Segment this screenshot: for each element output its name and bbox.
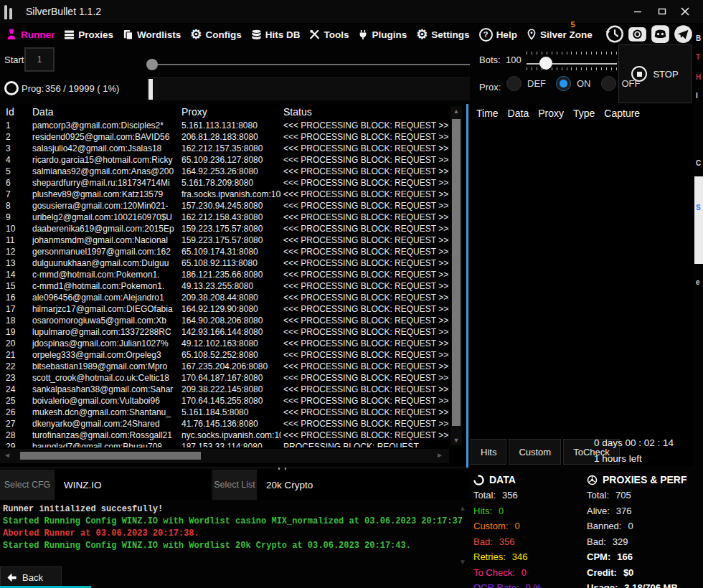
table-row[interactable]: 3salasjulio42@gmail.com:Jsalas18162.212.… bbox=[0, 143, 449, 154]
camera-icon[interactable] bbox=[628, 24, 647, 44]
table-row[interactable]: 1pamcorp3@gmail.com:Disciples2*5.161.113… bbox=[0, 120, 449, 131]
row-data: plushev89@gmail.com:Katz13579 bbox=[32, 189, 179, 200]
row-status: <<< PROCESSING BLOCK: REQUEST >>> bbox=[281, 303, 449, 315]
row-proxy: 41.76.145.136:8080 bbox=[179, 418, 281, 430]
scroll-left-icon[interactable]: ◄ bbox=[4, 451, 11, 459]
table-row[interactable]: 18osaroomorogiuwa5@gmail.com:Xb164.90.20… bbox=[0, 315, 449, 326]
help-icon: ? bbox=[479, 28, 493, 42]
row-proxy: 49.12.102.163:8080 bbox=[179, 338, 281, 349]
table-row[interactable]: 13dulguunukhaan@gmail.com:Dulguu65.108.9… bbox=[0, 257, 449, 269]
table-row[interactable]: 10daaberenika619@gmail.com:2015Ep159.223… bbox=[0, 223, 449, 234]
table-row[interactable]: 2residend0925@gmail.com:BAVID56206.81.28… bbox=[0, 131, 449, 143]
menu-item-hits-db[interactable]: Hits DB bbox=[251, 29, 301, 40]
menu-item-label: Help bbox=[496, 29, 517, 40]
table-row[interactable]: 4ricardo.garcia15@hotmail.com:Ricky65.10… bbox=[0, 154, 449, 166]
vertical-scroll-thumb[interactable] bbox=[452, 119, 461, 426]
prox-option-label: DEF bbox=[527, 78, 546, 89]
bots-slider-handle[interactable] bbox=[539, 57, 552, 70]
scroll-right-icon[interactable]: ► bbox=[436, 451, 443, 459]
menu-item-proxies[interactable]: Proxies bbox=[64, 29, 113, 40]
row-id: 23 bbox=[0, 372, 32, 384]
menu-item-tools[interactable]: Tools bbox=[309, 29, 349, 40]
menu-item-settings[interactable]: ⚙Settings bbox=[416, 29, 469, 40]
table-row[interactable]: 23scott_crook@hotmail.co.uk:Celtic18170.… bbox=[0, 372, 449, 384]
table-row[interactable]: 15c-mmd1@hotmail.com:Pokemon1.49.13.23.2… bbox=[0, 280, 449, 292]
table-row[interactable]: 20jdospinas@gmail.com:Julian1027%49.12.1… bbox=[0, 338, 449, 349]
menu-item-silver-zone[interactable]: Silver Zone5 bbox=[527, 29, 593, 40]
table-row[interactable]: 24sankalpasahan38@gmail.com:Sahar209.38.… bbox=[0, 384, 449, 395]
hits-column-data: Data bbox=[508, 108, 529, 119]
radio-off[interactable] bbox=[601, 76, 616, 91]
list-value-field[interactable]: 20k Crypto bbox=[258, 470, 470, 500]
table-row[interactable]: 12gersonmanuel1997@gmail.com:16265.109.1… bbox=[0, 246, 449, 257]
table-row[interactable]: 22bitsebastian1989@gmail.com:Mpro167.235… bbox=[0, 361, 449, 372]
prox-option-on[interactable]: ON bbox=[556, 76, 591, 91]
start-slider-handle[interactable] bbox=[146, 59, 158, 70]
telegram-icon[interactable] bbox=[674, 24, 693, 44]
prox-option-off[interactable]: OFF bbox=[601, 76, 641, 91]
table-row[interactable]: 11johanmsmdm@gmail.com:Nacional159.223.1… bbox=[0, 234, 449, 246]
prox-mode-group: DEFONOFF bbox=[506, 76, 641, 91]
menu-item-help[interactable]: ?Help bbox=[479, 28, 517, 42]
select-cfg-button[interactable]: Select CFG bbox=[0, 470, 55, 500]
close-button[interactable] bbox=[676, 4, 694, 19]
scroll-down-icon[interactable]: ▼ bbox=[450, 435, 462, 445]
start-input[interactable] bbox=[24, 47, 55, 72]
horizontal-scrollbar[interactable]: ◄ ► bbox=[0, 449, 449, 463]
row-id: 28 bbox=[0, 430, 32, 441]
table-row[interactable]: 25boivalerio@gmail.com:Vultaboi96170.64.… bbox=[0, 395, 449, 407]
gear-icon: ⚙ bbox=[416, 29, 428, 39]
radio-on[interactable] bbox=[556, 76, 571, 91]
row-id: 9 bbox=[0, 212, 32, 223]
table-row[interactable]: 26mukesh.dcn@gmail.com:Shantanu_5.161.18… bbox=[0, 407, 449, 418]
stat-total-: Total:705 bbox=[587, 488, 700, 503]
row-proxy: 186.121.235.66:8080 bbox=[179, 269, 281, 280]
table-row[interactable]: 14c-mmd@hotmail.com:Pokemon1.186.121.235… bbox=[0, 269, 449, 280]
cfg-value-field[interactable]: WINZ.IO bbox=[55, 470, 211, 500]
select-list-button[interactable]: Select List bbox=[212, 470, 257, 500]
menu-item-runner[interactable]: Runner bbox=[6, 29, 55, 40]
menu-item-plugins[interactable]: Plugins bbox=[358, 29, 407, 40]
row-data: c-mmd@hotmail.com:Pokemon1. bbox=[32, 269, 179, 280]
start-slider[interactable] bbox=[147, 64, 470, 65]
table-row[interactable]: 21orpeleg333@gmail.com:Orpeleg365.108.52… bbox=[0, 349, 449, 361]
hits-column-proxy: Proxy bbox=[538, 108, 564, 119]
stop-button[interactable]: STOP bbox=[619, 45, 691, 103]
row-status: <<< PROCESSING BLOCK: REQUEST >>> bbox=[281, 257, 449, 269]
stat-label: Custom: bbox=[473, 521, 508, 531]
table-row[interactable]: 17hilmarjzc17@gmail.com:DIEGOfabia164.92… bbox=[0, 303, 449, 315]
horizontal-scroll-thumb[interactable] bbox=[20, 452, 201, 460]
table-row[interactable]: 28turofinanzas@gmail.com:Rossgall21nyc.s… bbox=[0, 430, 449, 441]
log-scroll-down-icon[interactable]: ▼ bbox=[459, 558, 466, 566]
discord-icon[interactable] bbox=[651, 24, 670, 44]
table-row[interactable]: 5salmianas92@gmail.com:Anas@200164.92.25… bbox=[0, 166, 449, 177]
table-row[interactable]: 9uribelg2@gmail.com:1002160970$U162.212.… bbox=[0, 212, 449, 223]
tab-custom[interactable]: Custom bbox=[509, 439, 561, 465]
tab-hits[interactable]: Hits bbox=[471, 439, 506, 465]
row-data: mukesh.dcn@gmail.com:Shantanu_ bbox=[32, 407, 179, 418]
table-row[interactable]: 16ale096456@gmail.com:Alejandro1209.38.2… bbox=[0, 292, 449, 303]
table-row[interactable]: 19lupulmaro@gmail.com:13372288RC142.93.1… bbox=[0, 326, 449, 338]
back-button[interactable]: Back bbox=[0, 566, 62, 588]
maximize-button[interactable] bbox=[653, 4, 671, 19]
vertical-scrollbar[interactable]: ▲ ▼ bbox=[450, 106, 462, 445]
menu-item-configs[interactable]: ⚙Configs bbox=[190, 29, 241, 40]
radio-def[interactable] bbox=[506, 76, 522, 91]
table-row[interactable]: 8gosusierra@gmail.com:120Min021-157.230.… bbox=[0, 200, 449, 212]
row-id: 20 bbox=[0, 338, 32, 349]
table-row[interactable]: 27dkenyarko@gmail.com:24Shared41.76.145.… bbox=[0, 418, 449, 430]
prox-option-def[interactable]: DEF bbox=[506, 76, 546, 91]
scroll-up-icon[interactable]: ▲ bbox=[450, 106, 462, 116]
history-icon[interactable] bbox=[605, 24, 624, 44]
menu-item-wordlists[interactable]: Wordlists bbox=[123, 29, 181, 40]
table-row[interactable]: 7plushev89@gmail.com:Katz13579fra.socks.… bbox=[0, 189, 449, 200]
table-row[interactable]: 29baunglad7@gmail.com:Bbuau708187.153.33… bbox=[0, 441, 449, 447]
stat-label: Bad: bbox=[587, 536, 606, 547]
minimize-button[interactable] bbox=[628, 4, 647, 19]
stat-value: 0 bbox=[628, 521, 633, 531]
table-row[interactable]: 6shepardfurry@mail.ru:181734714Mi5.161.7… bbox=[0, 177, 449, 189]
log-line: Started Running Config WINZ.IO with Word… bbox=[3, 540, 462, 552]
log-scroll-up-icon[interactable]: ▲ bbox=[459, 504, 466, 512]
proxies-stats-title: PROXIES & PERF bbox=[603, 474, 687, 485]
menu-item-label: Runner bbox=[21, 29, 55, 40]
